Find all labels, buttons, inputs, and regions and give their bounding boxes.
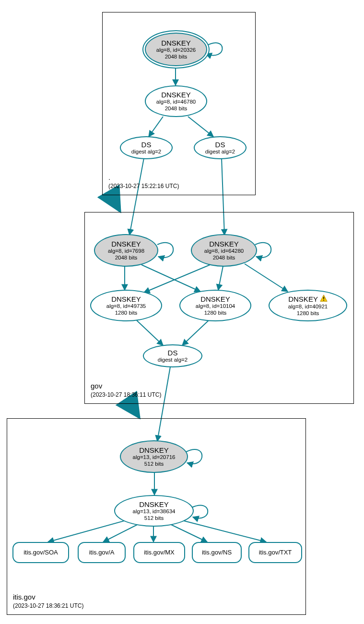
node-line1: alg=13, id=20716 <box>121 454 187 460</box>
rr-mx[interactable]: itis.gov/MX <box>133 542 185 563</box>
root-ksk-node[interactable]: DNSKEY alg=8, id=20326 2048 bits <box>145 33 207 66</box>
node-title-text: DNSKEY <box>288 295 317 303</box>
node-title: DS <box>195 141 246 149</box>
node-line2: 1280 bits <box>180 310 250 316</box>
node-line2: 2048 bits <box>192 255 256 261</box>
node-line2: 2048 bits <box>146 106 206 112</box>
node-line1: digest alg=2 <box>195 149 246 155</box>
node-line2: 512 bits <box>121 461 187 467</box>
node-title: DNSKEY <box>115 500 193 508</box>
svg-rect-0 <box>323 297 324 299</box>
rr-label: itis.gov/SOA <box>17 549 64 556</box>
node-line1: alg=8, id=49735 <box>91 303 161 309</box>
node-title: DNSKEY <box>146 39 206 47</box>
gov-ksk2-node[interactable]: DNSKEY alg=8, id=64280 2048 bits <box>191 234 257 267</box>
rr-label: itis.gov/TXT <box>253 549 297 556</box>
itis-zsk-node[interactable]: DNSKEY alg=13, id=38634 512 bits <box>114 495 194 527</box>
diagram-canvas: { "colors": { "stroke": "#0d8091", "ksk_… <box>0 0 364 624</box>
node-title: DNSKEY <box>192 240 256 248</box>
root-ds2-node[interactable]: DS digest alg=2 <box>194 136 247 159</box>
node-line2: 2048 bits <box>95 255 157 261</box>
itis-ksk-node[interactable]: DNSKEY alg=13, id=20716 512 bits <box>120 440 188 473</box>
zone-root-label: . (2023-10-27 15:22:16 UTC) <box>108 173 179 190</box>
rr-label: itis.gov/MX <box>138 549 180 556</box>
node-line1: alg=8, id=20326 <box>146 47 206 53</box>
node-line1: alg=8, id=7698 <box>95 248 157 254</box>
node-title: DS <box>121 141 172 149</box>
rr-ns[interactable]: itis.gov/NS <box>192 542 242 563</box>
node-line2: 2048 bits <box>146 54 206 60</box>
node-title: DNSKEY <box>121 446 187 454</box>
rr-label: itis.gov/NS <box>197 549 237 556</box>
node-title: DNSKEY <box>180 295 250 303</box>
zone-itis-name: itis.gov <box>13 592 83 602</box>
rr-a[interactable]: itis.gov/A <box>78 542 126 563</box>
node-line1: alg=8, id=10104 <box>180 303 250 309</box>
gov-ksk1-node[interactable]: DNSKEY alg=8, id=7698 2048 bits <box>94 234 158 267</box>
zone-gov-name: gov <box>91 381 161 391</box>
node-title: DNSKEY <box>146 91 206 99</box>
zone-gov-label: gov (2023-10-27 18:36:11 UTC) <box>91 381 161 399</box>
node-line1: digest alg=2 <box>121 149 172 155</box>
node-title: DNSKEY <box>95 240 157 248</box>
node-title: DNSKEY <box>270 294 346 304</box>
zone-itis-ts: (2023-10-27 18:36:21 UTC) <box>13 602 83 610</box>
gov-zsk1-node[interactable]: DNSKEY alg=8, id=49735 1280 bits <box>90 290 162 321</box>
node-line1: alg=13, id=38634 <box>115 508 193 515</box>
node-line2: 1280 bits <box>91 310 161 316</box>
zone-itis-label: itis.gov (2023-10-27 18:36:21 UTC) <box>13 592 83 610</box>
svg-rect-1 <box>323 300 324 301</box>
zone-root-ts: (2023-10-27 15:22:16 UTC) <box>108 182 179 190</box>
gov-ds-node[interactable]: DS digest alg=2 <box>143 344 202 367</box>
zone-gov-ts: (2023-10-27 18:36:11 UTC) <box>91 391 161 399</box>
gov-zsk3-node[interactable]: DNSKEY alg=8, id=40921 1280 bits <box>269 290 347 321</box>
node-line1: digest alg=2 <box>144 357 201 363</box>
warning-icon <box>320 294 328 304</box>
node-title: DS <box>144 349 201 357</box>
node-line1: alg=8, id=64280 <box>192 248 256 254</box>
rr-txt[interactable]: itis.gov/TXT <box>248 542 302 563</box>
node-line2: 1280 bits <box>270 310 346 317</box>
root-zsk-node[interactable]: DNSKEY alg=8, id=46780 2048 bits <box>145 85 207 117</box>
node-line1: alg=8, id=40921 <box>270 304 346 310</box>
rr-soa[interactable]: itis.gov/SOA <box>12 542 69 563</box>
node-line1: alg=8, id=46780 <box>146 99 206 105</box>
zone-root-name: . <box>108 173 179 182</box>
gov-zsk2-node[interactable]: DNSKEY alg=8, id=10104 1280 bits <box>179 290 251 321</box>
node-title: DNSKEY <box>91 295 161 303</box>
root-ds1-node[interactable]: DS digest alg=2 <box>120 136 173 159</box>
rr-label: itis.gov/A <box>82 549 121 556</box>
node-line2: 512 bits <box>115 515 193 521</box>
